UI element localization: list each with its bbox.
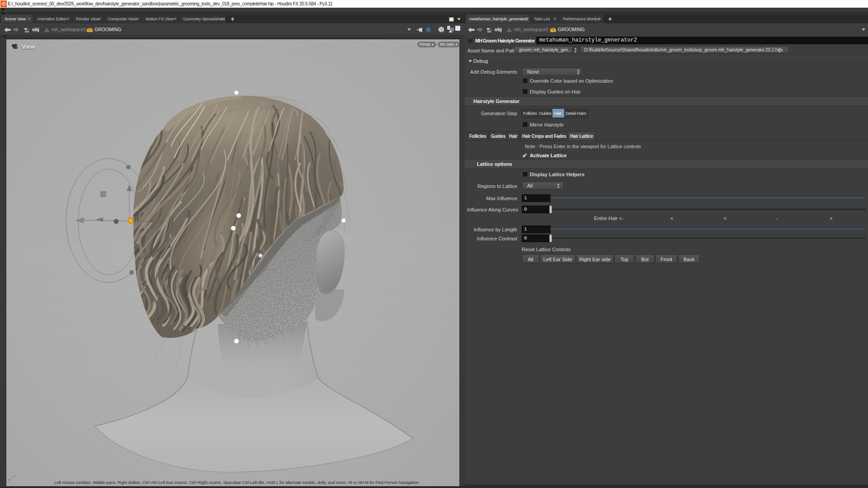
svg-text:z: z bbox=[14, 474, 15, 478]
svg-text:x: x bbox=[8, 478, 9, 482]
